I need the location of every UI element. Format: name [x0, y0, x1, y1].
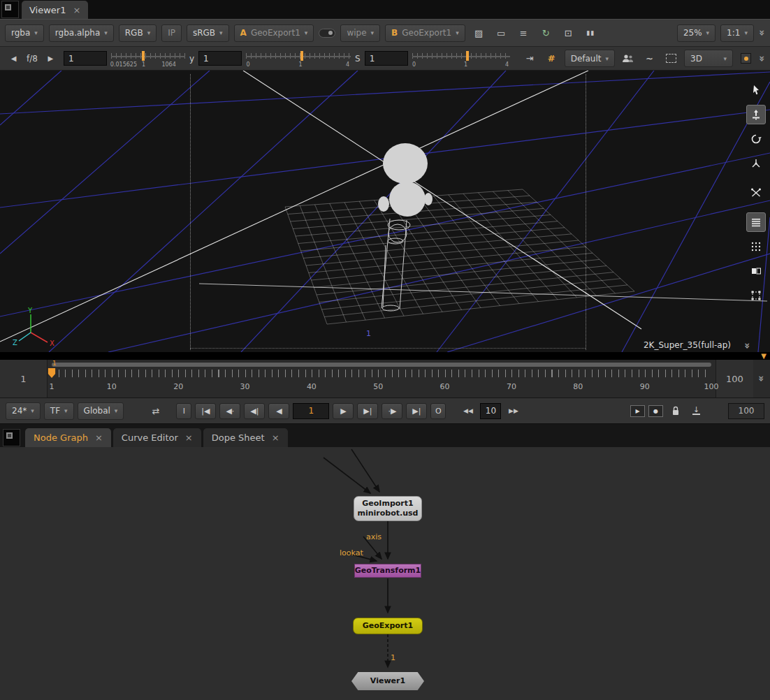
goto-start-button[interactable]: |◀ — [195, 403, 216, 419]
display-lines-icon[interactable] — [746, 212, 766, 232]
colorspace-dropdown[interactable]: sRGB▾ — [187, 24, 229, 42]
zoom-dropdown[interactable]: 25%▾ — [677, 24, 715, 42]
play-backward-button[interactable]: ◀ — [268, 403, 289, 419]
face-display-icon[interactable] — [746, 261, 766, 281]
select-tool-icon[interactable] — [746, 80, 766, 100]
chevron-down-icon: ▾ — [744, 29, 748, 36]
viewport-more-chevron-icon[interactable]: » — [741, 342, 753, 349]
step-back-button[interactable]: ◀| — [244, 403, 265, 419]
fps-dropdown[interactable]: 24*▾ — [6, 402, 41, 420]
range-start-value: 1 — [20, 374, 26, 384]
render-save-icon[interactable]: ↓ — [688, 402, 705, 420]
rotate-tool-icon[interactable] — [746, 129, 766, 149]
link-tool-icon[interactable] — [746, 183, 766, 203]
input-a-dropdown[interactable]: AGeoExport1▾ — [234, 24, 314, 42]
proxy-dropdown[interactable]: 1:1▾ — [720, 24, 754, 42]
input-b-dropdown[interactable]: BGeoExport1▾ — [385, 24, 465, 42]
wipe-dropdown[interactable]: wipe▾ — [340, 24, 380, 42]
node-geoimport1[interactable]: GeoImport1 minirobot.usd — [354, 496, 422, 521]
color-sample-icon[interactable] — [737, 50, 755, 67]
capture-icon[interactable]: ● — [648, 405, 663, 417]
group-people-icon[interactable] — [619, 50, 637, 67]
tab-curve-editor[interactable]: Curve Editor × — [113, 428, 201, 447]
saturation-input[interactable]: 1 — [365, 51, 408, 66]
axis-z-label: Z — [13, 339, 17, 347]
saturation-slider-handle[interactable] — [466, 51, 469, 61]
frame-increment-input[interactable]: 10 — [480, 403, 501, 419]
node-geotransform1[interactable]: GeoTransform1 — [354, 564, 421, 578]
gamma-input[interactable]: 1 — [198, 51, 242, 66]
frame-ruler[interactable]: 1102030405060708090100 1 — [52, 360, 711, 398]
view-mode-dropdown[interactable]: 3D▾ — [684, 50, 733, 67]
gamma-slider-handle[interactable] — [300, 51, 303, 61]
wipe-center-toggle[interactable] — [319, 29, 335, 38]
gain-input[interactable]: 1 — [64, 51, 107, 66]
play-forward-button[interactable]: ▶ — [333, 403, 354, 419]
close-icon[interactable]: × — [185, 432, 193, 443]
monitor-out-icon[interactable]: ▭ — [493, 24, 510, 42]
gain-slider-handle[interactable] — [142, 51, 145, 61]
frame-format-icon[interactable]: ⊡ — [560, 24, 577, 42]
prev-stop-icon[interactable]: ◀ — [5, 50, 22, 67]
viewer-3d-viewport[interactable]: 1 2K_Super_35(full-ap) Y X Z » — [0, 71, 770, 352]
input-process-toggle[interactable]: IP — [161, 24, 182, 42]
pause-icon[interactable]: ▮▮ — [582, 24, 600, 42]
checker-wipe-icon[interactable]: ▨ — [470, 24, 488, 42]
flipbook-icon[interactable]: ▶ — [630, 405, 645, 417]
set-out-button[interactable]: O — [430, 403, 446, 419]
marquee-select-icon[interactable] — [662, 50, 680, 67]
timeline-collapse-strip[interactable]: ▼ — [0, 352, 770, 360]
gamma-slider-track — [246, 56, 351, 57]
frame-range-dropdown[interactable]: Global▾ — [78, 402, 124, 420]
step-forward-button[interactable]: ▶| — [357, 403, 378, 419]
timeline-collapse-icon[interactable]: ▼ — [761, 352, 767, 360]
close-icon[interactable]: × — [73, 5, 80, 15]
panel-menu-icon[interactable] — [3, 429, 20, 446]
saturation-slider[interactable]: 0 1 4 — [412, 48, 510, 69]
grid-snap-icon[interactable]: # — [543, 50, 560, 67]
lock-range-icon[interactable] — [667, 402, 684, 420]
end-frame-box[interactable]: 100 — [728, 403, 764, 419]
gain-slider[interactable]: 0.015625 1 1064 — [111, 48, 185, 69]
scanline-icon[interactable]: ≡ — [515, 24, 532, 42]
tab-node-graph[interactable]: Node Graph × — [25, 428, 111, 447]
prev-increment-button[interactable]: ◀· — [219, 403, 240, 419]
vertex-display-icon[interactable] — [746, 237, 766, 256]
refresh-icon[interactable]: ↻ — [537, 24, 555, 42]
bbox-display-icon[interactable] — [746, 286, 766, 305]
node-geoexport1[interactable]: GeoExport1 — [353, 618, 423, 634]
set-in-button[interactable]: I — [176, 403, 191, 419]
ruler-tick-label: 100 — [704, 382, 719, 391]
layout-dropdown[interactable]: Default▾ — [565, 50, 615, 67]
close-icon[interactable]: × — [272, 432, 279, 443]
range-start-box[interactable]: 1 — [0, 360, 48, 398]
tf-dropdown[interactable]: TF▾ — [44, 402, 74, 420]
current-frame-input[interactable]: 1 — [293, 403, 329, 419]
tab-viewer1[interactable]: Viewer1 × — [22, 1, 88, 19]
close-icon[interactable]: × — [95, 432, 103, 443]
more-settings-chevron-icon[interactable]: » — [756, 55, 767, 61]
display-channel-dropdown[interactable]: RGB▾ — [119, 24, 157, 42]
viewport-toolbar — [746, 80, 766, 305]
ruler-chevron[interactable]: » — [753, 360, 770, 398]
layer-dropdown[interactable]: rgba.alpha▾ — [49, 24, 114, 42]
curve-overlay-icon[interactable]: ~ — [641, 50, 658, 67]
goto-input-icon[interactable]: ⇥ — [521, 50, 539, 67]
more-tools-chevron-icon[interactable]: » — [756, 29, 767, 36]
next-increment-button[interactable]: ·▶ — [382, 403, 402, 419]
scale-tool-icon[interactable] — [746, 154, 766, 173]
panel-menu-icon[interactable] — [1, 1, 19, 18]
jump-back-icon[interactable]: ◀◀ — [459, 402, 477, 420]
range-end-box[interactable]: 100 — [715, 360, 753, 398]
channels-dropdown[interactable]: rgba▾ — [5, 24, 44, 42]
goto-end-button[interactable]: ▶| — [406, 403, 427, 419]
tab-dope-sheet[interactable]: Dope Sheet × — [203, 428, 288, 447]
jump-forward-icon[interactable]: ▶▶ — [504, 402, 522, 420]
gamma-slider[interactable]: 0 1 4 — [246, 48, 351, 69]
3d-scene — [0, 71, 770, 352]
next-stop-icon[interactable]: ▶ — [42, 50, 59, 67]
playback-mode-icon[interactable]: ⇄ — [147, 402, 164, 420]
node-graph-canvas[interactable]: axis lookat 1 GeoImport1 minirobot.usd G… — [0, 447, 770, 700]
node-viewer1[interactable]: Viewer1 — [351, 672, 424, 690]
translate-tool-icon[interactable] — [746, 105, 766, 124]
